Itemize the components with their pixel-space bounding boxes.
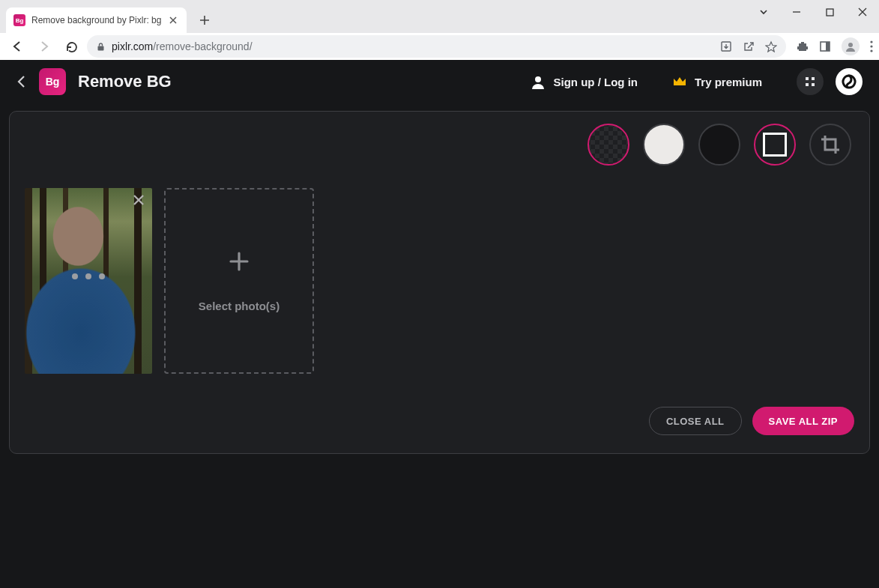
dropzone-label: Select photo(s) bbox=[199, 300, 280, 312]
panel-actions: CLOSE ALL SAVE ALL ZIP bbox=[25, 407, 854, 435]
app-grid-button[interactable] bbox=[797, 68, 824, 95]
lock-icon bbox=[96, 42, 106, 52]
close-all-button[interactable]: CLOSE ALL bbox=[649, 407, 742, 435]
crown-icon bbox=[672, 75, 687, 88]
svg-rect-0 bbox=[827, 9, 833, 16]
back-chevron-icon[interactable] bbox=[16, 74, 27, 89]
minimize-icon[interactable] bbox=[780, 0, 813, 24]
close-window-icon[interactable] bbox=[846, 0, 879, 24]
svg-point-9 bbox=[535, 76, 541, 82]
background-options bbox=[587, 124, 851, 166]
svg-point-6 bbox=[870, 40, 872, 43]
user-icon bbox=[531, 74, 546, 89]
svg-rect-12 bbox=[806, 83, 809, 86]
app-title: Remove BG bbox=[78, 72, 172, 91]
address-bar[interactable]: pixlr.com/remove-background/ bbox=[87, 35, 786, 58]
new-tab-button[interactable] bbox=[194, 10, 215, 31]
window-titlebar: Bg Remove background by Pixlr: bg bbox=[0, 0, 879, 33]
url-host: pixlr.com bbox=[112, 40, 153, 52]
tab-title: Remove background by Pixlr: bg bbox=[31, 15, 161, 25]
plus-icon bbox=[228, 250, 250, 273]
app-header: Bg Remove BG Sign up / Log in Try premiu… bbox=[0, 60, 879, 103]
share-icon[interactable] bbox=[743, 40, 755, 52]
save-all-zip-button[interactable]: SAVE ALL ZIP bbox=[752, 407, 854, 435]
select-photos-dropzone[interactable]: Select photo(s) bbox=[164, 188, 314, 374]
svg-rect-13 bbox=[812, 83, 815, 86]
pixlr-brand-button[interactable] bbox=[836, 68, 863, 95]
tab-search-icon[interactable] bbox=[747, 0, 780, 24]
svg-point-8 bbox=[870, 49, 872, 52]
app-logo: Bg bbox=[39, 68, 66, 95]
reload-icon[interactable] bbox=[60, 35, 82, 58]
extensions-icon[interactable] bbox=[797, 40, 809, 52]
photo-thumbnail[interactable] bbox=[25, 188, 152, 374]
kebab-menu-icon[interactable] bbox=[870, 40, 873, 52]
svg-rect-11 bbox=[812, 77, 815, 80]
bg-white-option[interactable] bbox=[643, 124, 685, 166]
tab-favicon: Bg bbox=[13, 14, 25, 26]
bg-black-option[interactable] bbox=[698, 124, 740, 166]
side-panel-icon[interactable] bbox=[819, 40, 831, 52]
svg-rect-1 bbox=[98, 46, 104, 50]
app: Bg Remove BG Sign up / Log in Try premiu… bbox=[0, 60, 879, 588]
signup-login-link[interactable]: Sign up / Log in bbox=[531, 74, 637, 89]
browser-toolbar: pixlr.com/remove-background/ bbox=[0, 33, 879, 60]
crop-option[interactable] bbox=[809, 124, 851, 166]
nav-forward-icon bbox=[33, 35, 55, 58]
close-tab-icon[interactable] bbox=[167, 14, 179, 26]
svg-point-7 bbox=[870, 45, 872, 47]
bookmark-star-icon[interactable] bbox=[765, 40, 777, 52]
bg-transparent-option[interactable] bbox=[587, 124, 629, 166]
install-app-icon[interactable] bbox=[720, 40, 732, 52]
url-path: /remove-background/ bbox=[153, 40, 252, 52]
aspect-original-option[interactable] bbox=[754, 124, 796, 166]
window-controls bbox=[747, 0, 879, 24]
premium-label: Try premium bbox=[695, 76, 762, 88]
signup-label: Sign up / Log in bbox=[553, 76, 637, 88]
nav-back-icon[interactable] bbox=[6, 35, 28, 58]
svg-rect-10 bbox=[806, 77, 809, 80]
svg-point-5 bbox=[848, 43, 853, 47]
thumbnail-row: Select photo(s) bbox=[25, 188, 854, 374]
profile-avatar-icon[interactable] bbox=[842, 37, 860, 55]
svg-rect-4 bbox=[826, 42, 830, 51]
main-panel: Select photo(s) CLOSE ALL SAVE ALL ZIP bbox=[9, 111, 870, 454]
maximize-icon[interactable] bbox=[813, 0, 846, 24]
loading-dots-icon bbox=[72, 273, 105, 279]
remove-photo-icon[interactable] bbox=[133, 194, 145, 206]
browser-tab[interactable]: Bg Remove background by Pixlr: bg bbox=[6, 7, 187, 33]
try-premium-link[interactable]: Try premium bbox=[672, 75, 762, 88]
